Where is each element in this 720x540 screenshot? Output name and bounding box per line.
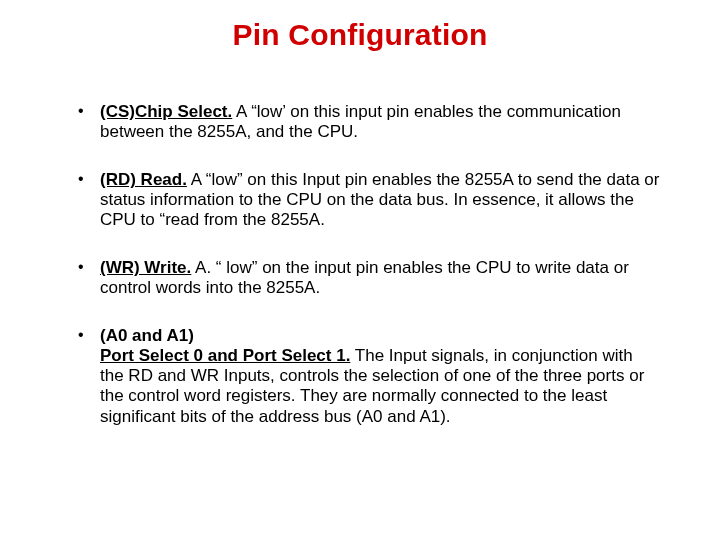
page-title: Pin Configuration <box>60 18 660 52</box>
item-lead: (A0 and A1) <box>100 326 194 345</box>
item-lead: (RD) Read. <box>100 170 187 189</box>
bullet-list: (CS)Chip Select. A “low’ on this input p… <box>60 102 660 427</box>
list-item: (RD) Read. A “low” on this Input pin ena… <box>100 170 660 230</box>
list-item: (CS)Chip Select. A “low’ on this input p… <box>100 102 660 142</box>
item-subline: Port Select 0 and Port Select 1. The Inp… <box>100 346 660 426</box>
item-lead: (WR) Write. <box>100 258 191 277</box>
item-lead: (CS)Chip Select. <box>100 102 232 121</box>
list-item: (WR) Write. A. “ low” on the input pin e… <box>100 258 660 298</box>
item-sub-lead: Port Select 0 and Port Select 1. <box>100 346 350 365</box>
slide: Pin Configuration (CS)Chip Select. A “lo… <box>0 0 720 540</box>
list-item: (A0 and A1) Port Select 0 and Port Selec… <box>100 326 660 426</box>
